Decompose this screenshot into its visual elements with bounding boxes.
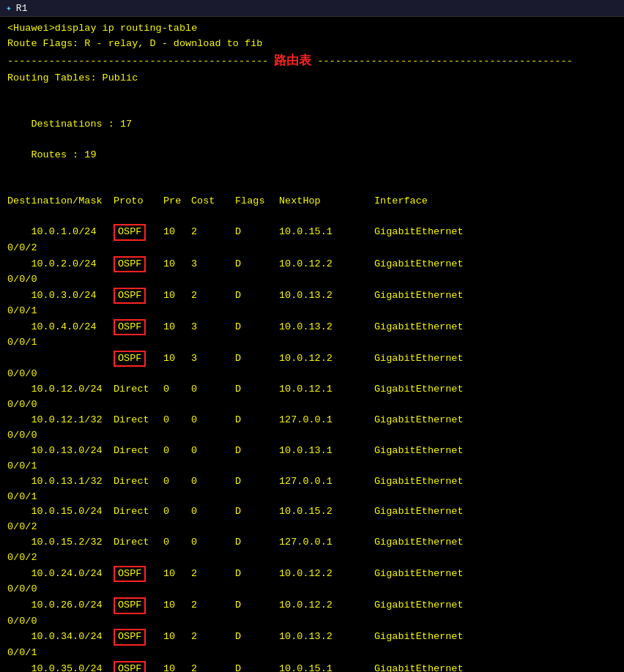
header-cost: Cost <box>191 194 235 209</box>
ospf-box: OSPF <box>114 256 146 272</box>
route-nexthop: 10.0.13.2 <box>279 320 374 335</box>
table-row: 10.0.13.0/24Direct00D10.0.13.1GigabitEth… <box>7 444 617 459</box>
table-header: Destination/Mask Proto Pre Cost Flags Ne… <box>7 194 617 209</box>
route-iface: GigabitEthernet <box>374 567 464 582</box>
route-iface: GigabitEthernet <box>374 504 464 520</box>
route-pre: 10 <box>163 225 191 240</box>
route-flags: D <box>235 320 279 335</box>
route-iface: GigabitEthernet <box>374 444 464 459</box>
route-cost: 0 <box>191 504 235 520</box>
route-nexthop: 10.0.15.1 <box>279 225 374 240</box>
route-pre: 0 <box>163 444 191 459</box>
table-row-iface2: 0/0/0 <box>7 272 617 288</box>
table-row-iface2: 0/0/2 <box>7 550 617 566</box>
route-proto: Direct <box>114 444 163 459</box>
route-cost: 0 <box>191 474 235 490</box>
route-cost: 3 <box>191 257 235 272</box>
route-nexthop: 10.0.12.2 <box>279 598 374 613</box>
ospf-box: OSPF <box>114 566 146 582</box>
route-nexthop: 10.0.12.2 <box>279 567 374 582</box>
route-flags: D <box>235 351 279 367</box>
table-row-iface2: 0/0/2 <box>7 241 617 256</box>
route-iface: GigabitEthernet <box>374 320 464 335</box>
route-pre: 0 <box>163 474 191 490</box>
spacer <box>31 134 90 145</box>
route-iface: GigabitEthernet <box>374 382 464 397</box>
route-cost: 0 <box>191 413 235 428</box>
route-proto: Direct <box>114 474 163 490</box>
route-flags: D <box>235 257 279 272</box>
route-dest: 10.0.12.0/24 <box>7 382 114 397</box>
header-iface: Interface <box>374 194 428 209</box>
route-cost: 0 <box>191 535 235 550</box>
route-cost: 2 <box>191 630 235 645</box>
route-flags: D <box>235 444 279 459</box>
title-icon: ✦ <box>6 2 12 14</box>
route-nexthop: 10.0.13.2 <box>279 630 374 645</box>
route-dest: 10.0.34.0/24 <box>7 630 114 645</box>
route-proto: OSPF <box>114 566 163 582</box>
table-row: 10.0.4.0/24OSPF103D10.0.13.2GigabitEther… <box>7 319 617 335</box>
ospf-box: OSPF <box>114 597 146 613</box>
route-proto: OSPF <box>114 629 163 645</box>
route-cost: 2 <box>191 567 235 582</box>
route-cost: 3 <box>191 320 235 335</box>
table-row-iface2: 0/0/1 <box>7 490 617 505</box>
route-dest: 10.0.1.0/24 <box>7 225 114 240</box>
route-dest: 10.0.2.0/24 <box>7 257 114 272</box>
header-nexthop: NextHop <box>279 194 374 209</box>
table-row: 10.0.35.0/24OSPF102D10.0.15.1GigabitEthe… <box>7 661 617 672</box>
route-iface: GigabitEthernet <box>374 474 464 490</box>
route-pre: 10 <box>163 257 191 272</box>
table-row: 10.0.15.0/24Direct00D10.0.15.2GigabitEth… <box>7 504 617 520</box>
route-proto: OSPF <box>114 351 163 367</box>
route-nexthop: 10.0.15.1 <box>279 662 374 672</box>
route-dest: 10.0.4.0/24 <box>7 320 114 335</box>
route-dest: 10.0.24.0/24 <box>7 567 114 582</box>
table-row-iface2: 0/0/0 <box>7 397 617 413</box>
header-dest: Destination/Mask <box>7 194 114 209</box>
route-pre: 10 <box>163 351 191 367</box>
route-pre: 10 <box>163 288 191 304</box>
route-nexthop: 10.0.13.2 <box>279 288 374 304</box>
flags-line: Route Flags: R - relay, D - download to … <box>7 37 617 52</box>
window-title: R1 <box>16 3 28 14</box>
table-row-iface2: 0/0/0 <box>7 582 617 597</box>
red-label: 路由表 <box>274 52 311 71</box>
route-iface: GigabitEthernet <box>374 225 464 240</box>
route-flags: D <box>235 413 279 428</box>
route-nexthop: 10.0.12.2 <box>279 351 374 367</box>
route-proto: OSPF <box>114 288 163 304</box>
counts-line: Destinations : 17 Routes : 19 <box>7 86 617 179</box>
indent <box>31 103 67 114</box>
route-proto: OSPF <box>114 661 163 672</box>
ospf-box: OSPF <box>114 629 146 645</box>
route-nexthop: 127.0.0.1 <box>279 535 374 550</box>
route-iface: GigabitEthernet <box>374 257 464 272</box>
route-nexthop: 10.0.13.1 <box>279 444 374 459</box>
route-iface: GigabitEthernet <box>374 288 464 304</box>
route-cost: 2 <box>191 598 235 613</box>
table-row: 10.0.2.0/24OSPF103D10.0.12.2GigabitEther… <box>7 256 617 272</box>
route-proto: Direct <box>114 413 163 428</box>
route-proto: Direct <box>114 504 163 520</box>
route-dest: 10.0.12.1/32 <box>7 413 114 428</box>
route-iface: GigabitEthernet <box>374 535 464 550</box>
route-cost: 0 <box>191 382 235 397</box>
route-dest: 10.0.13.0/24 <box>7 444 114 459</box>
route-pre: 10 <box>163 567 191 582</box>
table-row-iface2: 0/0/0 <box>7 614 617 630</box>
route-flags: D <box>235 225 279 240</box>
routes-container: 10.0.1.0/24OSPF102D10.0.15.1GigabitEther… <box>7 224 617 672</box>
route-dest: 10.0.26.0/24 <box>7 598 114 613</box>
route-dest: 10.0.15.0/24 <box>7 504 114 520</box>
table-row: OSPF103D10.0.12.2GigabitEthernet <box>7 351 617 367</box>
route-proto: OSPF <box>114 224 163 240</box>
route-nexthop: 127.0.0.1 <box>279 413 374 428</box>
route-flags: D <box>235 630 279 645</box>
table-row: 10.0.1.0/24OSPF102D10.0.15.1GigabitEther… <box>7 224 617 240</box>
header-proto: Proto <box>114 194 163 209</box>
table-row: 10.0.24.0/24OSPF102D10.0.12.2GigabitEthe… <box>7 566 617 582</box>
terminal: <Huawei>display ip routing-table Route F… <box>0 17 624 672</box>
route-flags: D <box>235 504 279 520</box>
